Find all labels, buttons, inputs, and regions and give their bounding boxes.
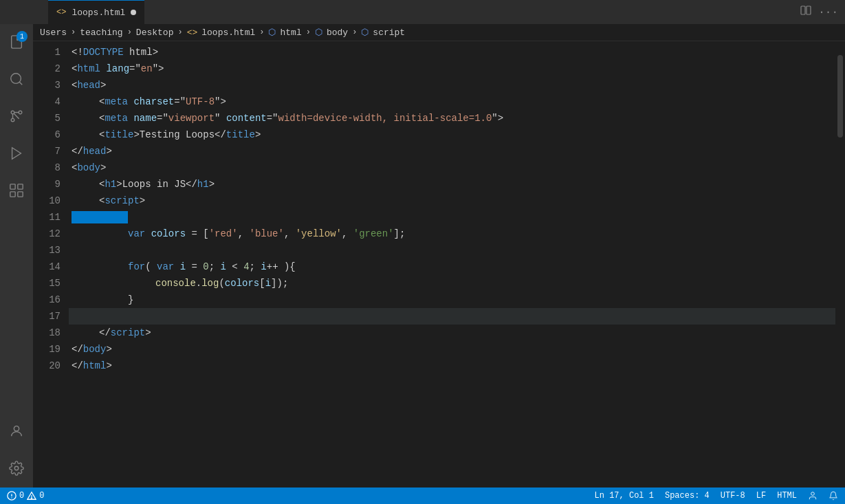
svg-line-3: [19, 82, 22, 85]
encoding-status[interactable]: UTF-8: [721, 491, 745, 501]
account-icon[interactable]: [4, 419, 29, 443]
svg-point-6: [11, 118, 14, 122]
svg-rect-11: [18, 192, 23, 197]
svg-point-5: [19, 111, 22, 114]
editor-area: Users › teaching › Desktop › <> loops.ht…: [33, 24, 845, 487]
line-numbers: 1 2 3 4 5 6 7 8 9 10 11 12 13 14 15 16 1…: [33, 41, 69, 487]
position-label: Ln 17, Col 1: [595, 491, 654, 501]
search-activity-icon[interactable]: [4, 67, 29, 91]
svg-point-12: [14, 426, 19, 431]
files-icon[interactable]: 1: [4, 30, 29, 54]
code-line-15: console.log(colors[i]);: [69, 275, 835, 292]
tab-file-icon: <>: [56, 8, 66, 17]
code-line-16: }: [69, 292, 835, 308]
breadcrumb-script-icon: ⬡: [361, 27, 369, 38]
code-line-19: </body>: [69, 341, 835, 358]
code-line-13: [69, 242, 835, 259]
svg-rect-1: [806, 6, 811, 14]
tab-filename: loops.html: [72, 8, 125, 18]
extensions-icon[interactable]: [4, 178, 29, 203]
language-label: HTML: [777, 491, 797, 501]
code-editor[interactable]: 1 2 3 4 5 6 7 8 9 10 11 12 13 14 15 16 1…: [33, 41, 845, 487]
error-count: 0: [19, 491, 24, 501]
code-line-3: <head>: [69, 77, 835, 94]
code-line-12: var colors = ['red', 'blue', 'yellow', '…: [69, 226, 835, 242]
more-actions-button[interactable]: ···: [818, 6, 838, 19]
breadcrumb-filename: loops.html: [201, 28, 255, 38]
code-line-18: </script>: [69, 325, 835, 341]
tab-bar: <> loops.html ···: [0, 0, 845, 24]
code-line-10: <script>: [69, 193, 835, 209]
breadcrumb-desktop: Desktop: [136, 28, 174, 38]
notifications-icon[interactable]: [808, 491, 817, 501]
breadcrumb-body-icon: ⬡: [315, 27, 322, 38]
errors-status[interactable]: 0 0: [7, 491, 44, 501]
code-line-9: <h1>Loops in JS</h1>: [69, 176, 835, 193]
code-line-7: </head>: [69, 143, 835, 160]
activity-bar: 1: [0, 24, 33, 487]
breadcrumb-file-icon: <>: [187, 28, 198, 38]
line-ending-status[interactable]: LF: [756, 491, 766, 501]
tab-modified-dot: [131, 10, 136, 15]
warning-count: 0: [39, 491, 44, 501]
svg-point-19: [811, 492, 815, 496]
breadcrumb-teaching: teaching: [80, 28, 122, 38]
code-line-20: </html>: [69, 358, 835, 374]
tab-actions: ···: [800, 5, 845, 19]
main-layout: 1: [0, 24, 845, 487]
breadcrumb: Users › teaching › Desktop › <> loops.ht…: [33, 24, 845, 41]
code-content[interactable]: <!DOCTYPE html> <html lang="en"> <head> …: [69, 41, 835, 487]
code-line-11: [69, 209, 835, 226]
status-left: 0 0: [7, 491, 44, 501]
scrollbar[interactable]: [835, 41, 845, 487]
scrollbar-thumb[interactable]: [837, 55, 843, 138]
source-control-icon[interactable]: [4, 104, 29, 129]
status-bar: 0 0 Ln 17, Col 1 Spaces: 4 UTF-8 LF HTML: [0, 487, 845, 504]
breadcrumb-users: Users: [40, 28, 67, 38]
split-editor-button[interactable]: [800, 5, 811, 19]
breadcrumb-script: script: [373, 28, 405, 38]
status-right: Ln 17, Col 1 Spaces: 4 UTF-8 LF HTML: [595, 491, 838, 501]
svg-rect-0: [801, 6, 805, 14]
svg-rect-9: [18, 184, 23, 189]
activity-bar-bottom: [4, 419, 29, 487]
svg-point-16: [11, 497, 12, 498]
spaces-status[interactable]: Spaces: 4: [665, 491, 710, 501]
breadcrumb-body: body: [327, 28, 348, 38]
code-line-2: <html lang="en">: [69, 61, 835, 77]
svg-point-18: [32, 498, 32, 498]
files-badge: 1: [17, 31, 28, 42]
svg-point-2: [11, 74, 21, 84]
code-line-14: for( var i = 0; i < 4; i++ ){: [69, 259, 835, 275]
spaces-label: Spaces: 4: [665, 491, 710, 501]
code-line-17: [69, 308, 835, 325]
settings-icon[interactable]: [4, 456, 29, 481]
code-line-5: <meta name="viewport" content="width=dev…: [69, 110, 835, 127]
active-tab[interactable]: <> loops.html: [48, 0, 144, 24]
language-status[interactable]: HTML: [777, 491, 797, 501]
code-line-4: <meta charset="UTF-8">: [69, 94, 835, 110]
svg-marker-7: [12, 148, 21, 160]
encoding-label: UTF-8: [721, 491, 745, 501]
svg-point-4: [11, 111, 14, 114]
breadcrumb-html-icon: ⬡: [268, 27, 276, 38]
bell-icon[interactable]: [828, 491, 838, 501]
code-line-6: <title>Testing Loops</title>: [69, 127, 835, 143]
svg-rect-10: [10, 192, 15, 197]
code-line-8: <body>: [69, 160, 835, 176]
cursor-position[interactable]: Ln 17, Col 1: [595, 491, 654, 501]
svg-point-13: [14, 466, 19, 470]
breadcrumb-html: html: [280, 28, 301, 38]
run-debug-icon[interactable]: [4, 141, 29, 166]
line-ending-label: LF: [756, 491, 766, 501]
code-line-1: <!DOCTYPE html>: [69, 44, 835, 61]
svg-rect-8: [10, 184, 15, 189]
